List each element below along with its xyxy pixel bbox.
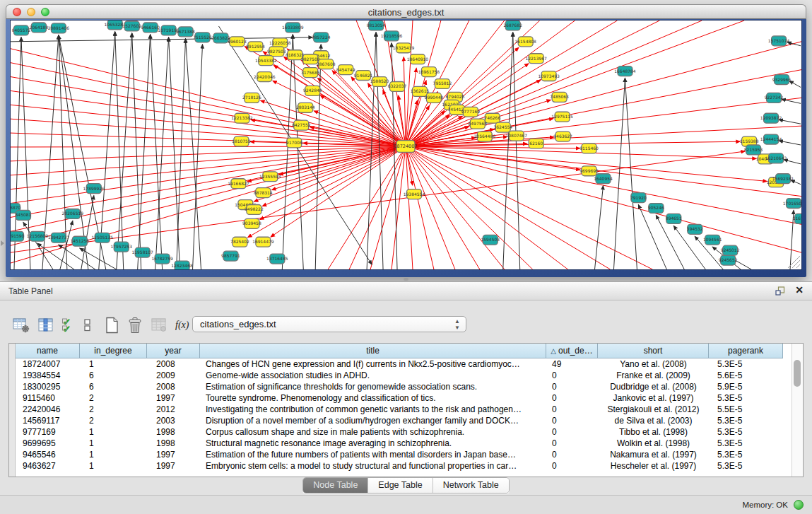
svg-text:791920: 791920 [630, 195, 647, 200]
column-header-out_de[interactable]: △out_de… [546, 344, 598, 358]
svg-text:845081: 845081 [16, 212, 32, 217]
cell-in_degree: 2 [80, 392, 147, 404]
table-row[interactable]: 946362711997Embryonic stem cells: a mode… [16, 460, 783, 472]
delete-columns-icon[interactable] [151, 316, 167, 334]
svg-text:2718126: 2718126 [242, 95, 261, 100]
table-row[interactable]: 911546021997Tourette syndrome. Phenomeno… [16, 392, 783, 404]
cell-year: 2012 [147, 404, 200, 415]
memory-status-label: Memory: OK [742, 501, 788, 509]
svg-text:17899926: 17899926 [83, 186, 105, 191]
svg-text:7515526: 7515526 [193, 35, 212, 40]
column-header-year[interactable]: year [147, 344, 200, 358]
tab-node-table[interactable]: Node Table [303, 478, 368, 493]
close-icon[interactable]: ✕ [795, 284, 804, 296]
svg-text:12823468: 12823468 [171, 263, 193, 268]
svg-text:7955812: 7955812 [433, 81, 452, 86]
cell-out_de: 0 [546, 460, 598, 472]
cell-title: Tourette syndrome. Phenomenology and cla… [200, 392, 546, 404]
column-header-pagerank[interactable]: pagerank [709, 344, 783, 358]
cell-out_de: 0 [546, 415, 598, 426]
network-graph-svg: 9960123891295412226058982750381863281754… [11, 21, 801, 269]
window-titlebar[interactable]: citations_edges.txt [6, 4, 806, 19]
svg-text:13716485: 13716485 [266, 256, 288, 261]
column-header-name[interactable]: name [16, 344, 80, 358]
cell-year: 2008 [147, 358, 200, 370]
float-window-icon[interactable] [775, 286, 785, 298]
table-row[interactable]: 2242004622012Investigating the contribut… [16, 404, 783, 415]
cell-name: 22420046 [16, 404, 80, 415]
cell-in_degree: 2 [80, 415, 147, 426]
column-header-in_degree[interactable]: in_degree [80, 344, 147, 358]
svg-text:1167533: 1167533 [793, 216, 801, 221]
tab-edge-table[interactable]: Edge Table [368, 478, 433, 493]
cell-out_de: 0 [546, 392, 598, 404]
table-settings-icon[interactable] [13, 316, 30, 334]
cell-title: Disruption of a novel member of a sodium… [200, 415, 546, 426]
splitter-handle[interactable] [404, 278, 408, 281]
svg-text:16154808: 16154808 [514, 39, 536, 44]
scrollbar-thumb[interactable] [794, 360, 801, 387]
memory-status-indicator-icon[interactable] [794, 500, 804, 510]
sort-ascending-icon: △ [551, 347, 556, 355]
cell-short: Tibbo et al. (1998) [598, 426, 709, 438]
node-table: namein_degreeyeartitle△out_de…shortpager… [8, 343, 804, 477]
cell-short: Hescheler et al. (1997) [598, 460, 709, 472]
table-body: 1872400712008Changes of HCN gene express… [16, 358, 783, 472]
collapsed-panel-arrow-icon[interactable] [1, 240, 4, 246]
network-graph-canvas[interactable]: 9960123891295412226058982750381863281754… [10, 20, 802, 270]
svg-text:758870: 758870 [11, 205, 21, 210]
table-row[interactable]: 946554611997Estimation of the future num… [16, 449, 783, 460]
tab-network-table[interactable]: Network Table [433, 478, 509, 493]
table-row[interactable]: 969969511998Structural magnetic resonanc… [16, 438, 783, 449]
cell-title: Estimation of the future numbers of pati… [200, 449, 546, 460]
svg-text:9699695: 9699695 [579, 168, 599, 173]
cell-pagerank: 5.5E-5 [709, 404, 783, 415]
cell-name: 14569117 [16, 415, 80, 426]
table-selector-dropdown[interactable]: citations_edges.txt ▲▼ [192, 316, 466, 332]
table-row[interactable]: 1872400712008Changes of HCN gene express… [16, 358, 783, 370]
cell-pagerank: 5.3E-5 [709, 415, 783, 426]
row-height-icon[interactable] [83, 316, 92, 334]
cell-short: Stergiakouli et al. (2012) [598, 404, 709, 415]
select-columns-icon[interactable] [38, 316, 54, 334]
svg-text:9498222: 9498222 [245, 206, 264, 211]
cell-pagerank: 5.6E-5 [709, 370, 783, 381]
svg-text:9115460: 9115460 [579, 146, 599, 151]
svg-text:18724007: 18724007 [394, 144, 418, 149]
svg-text:1640954: 1640954 [594, 176, 613, 181]
new-table-icon[interactable] [105, 316, 119, 334]
table-vertical-scrollbar[interactable] [792, 344, 803, 477]
svg-text:16210643: 16210643 [765, 156, 787, 160]
table-row[interactable]: 1938455462009Genome-wide association stu… [16, 370, 783, 381]
svg-text:9960123: 9960123 [228, 39, 247, 44]
svg-text:6322037: 6322037 [388, 83, 407, 88]
cell-name: 9463627 [16, 460, 80, 472]
delete-table-icon[interactable] [127, 316, 143, 334]
svg-text:394532: 394532 [687, 226, 703, 231]
cell-title: Investigating the contribution of common… [200, 404, 546, 415]
table-row[interactable]: 977716911998Corpus callosum shape and si… [16, 426, 783, 438]
table-row[interactable]: 1830029562008Estimation of significance … [16, 381, 783, 392]
cell-name: 9465546 [16, 449, 80, 460]
function-builder-icon[interactable]: f(x) [175, 316, 189, 334]
column-header-short[interactable]: short [598, 344, 709, 358]
cell-pagerank: 5.3E-5 [709, 358, 783, 370]
cell-title: Changes of HCN gene expression and I(f) … [200, 358, 546, 370]
cell-out_de: 0 [546, 449, 598, 460]
svg-text:1451256: 1451256 [71, 238, 90, 243]
svg-text:7485063: 7485063 [550, 94, 569, 99]
svg-text:9242848: 9242848 [303, 88, 322, 93]
svg-text:2064188: 2064188 [30, 25, 49, 30]
svg-text:19218596: 19218596 [381, 33, 403, 38]
cell-pagerank: 5.3E-5 [709, 426, 783, 438]
cell-short: de Silva et al. (2003) [598, 415, 709, 426]
column-header-title[interactable]: title [200, 344, 546, 358]
svg-text:9245652: 9245652 [719, 257, 738, 262]
cell-year: 2003 [147, 415, 200, 426]
cell-out_de: 0 [546, 426, 598, 438]
table-panel: Table Panel ✕ [0, 281, 812, 496]
table-row[interactable]: 1456911722003Disruption of a novel membe… [16, 415, 783, 426]
match-rows-icon[interactable]: ✔ ✔ [62, 316, 75, 334]
svg-text:1094561: 1094561 [703, 237, 722, 242]
cell-year: 1998 [147, 438, 200, 449]
